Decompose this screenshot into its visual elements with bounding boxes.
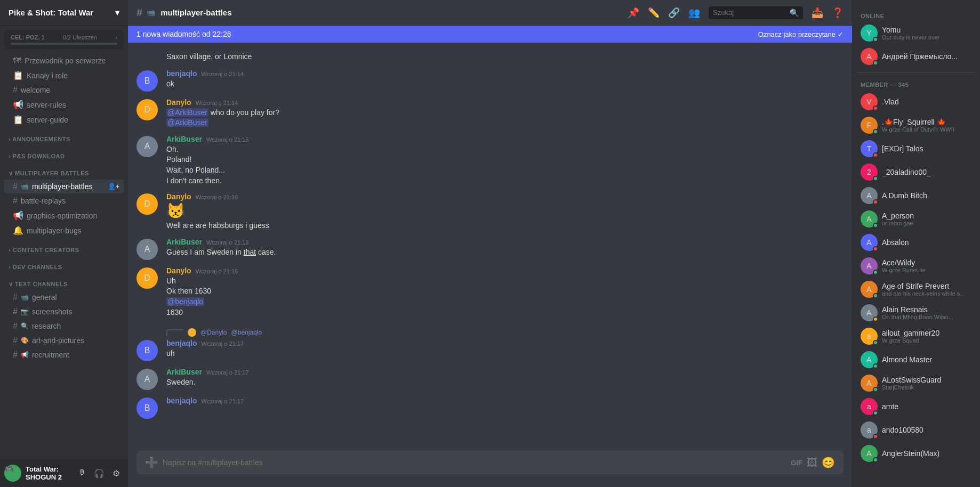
member-item-absalon[interactable]: A Absalon — [856, 231, 976, 254]
member-name-age-of-strife: Age of Strife Prevert — [882, 282, 971, 290]
sidebar-item-general[interactable]: # 📹 general — [4, 290, 124, 304]
sidebar-item-research[interactable]: # 🔍 research — [4, 319, 124, 333]
member-item-a-dumb-bitch[interactable]: A A Dumb Bitch — [856, 184, 976, 207]
avatar-danylo-1: D — [136, 99, 158, 120]
section-header-ps-download[interactable]: › P&S DOWNLOAD — [0, 144, 128, 161]
notification-text: 1 nowa wiadomość od 22:28 — [136, 30, 231, 38]
sidebar-item-welcome[interactable]: # welcome — [4, 83, 124, 97]
settings-button[interactable]: ⚙ — [109, 466, 124, 481]
video-icon-g: 📹 — [21, 294, 29, 301]
member-item-andrei[interactable]: А Андрей Пржемысло... — [856, 45, 976, 68]
status-dot-almond-master — [873, 363, 878, 369]
member-item-allout-gammer20[interactable]: a allout_gammer20 W grze Squad — [856, 324, 976, 348]
mic-button[interactable]: 🎙 — [75, 466, 90, 481]
thread-icon[interactable]: 🔗 — [668, 7, 680, 19]
message-group-danylo-3: D Danylo Wczoraj o 21:16 Uh Ok then 1630… — [128, 264, 852, 320]
headset-button[interactable]: 🎧 — [92, 466, 107, 481]
user-plus-icon: 👤+ — [108, 183, 119, 190]
member-item-ace-wildy[interactable]: A Ace/Wildy W grze RuneLite — [856, 254, 976, 278]
member-info-yomu: Yomu Our duty is never over — [882, 26, 971, 40]
footer-avatar: 🎮 — [4, 465, 21, 482]
server-header[interactable]: Pike & Shot: Total War ▾ — [0, 0, 128, 26]
member-item-yomu[interactable]: Y Yomu Our duty is never over — [856, 21, 976, 45]
sidebar-item-art[interactable]: # 🎨 art-and-pictures — [4, 334, 124, 347]
section-header-dev-channels[interactable]: › DEV CHANNELS — [0, 255, 128, 272]
msg-text-benjaqlo-1: ok — [166, 79, 844, 90]
avatar-vlad: V — [861, 93, 878, 110]
status-dot-amte — [873, 410, 878, 416]
mark-read-button[interactable]: Oznacz jako przeczytane ✓ — [758, 30, 844, 38]
add-file-icon[interactable]: ➕ — [145, 456, 158, 469]
search-bar[interactable]: 🔍 — [709, 6, 803, 19]
search-icon-r: 🔍 — [21, 322, 29, 330]
member-name-anglerstein: AnglerStein(Max) — [882, 449, 971, 458]
inbox-header-icon[interactable]: 📥 — [812, 7, 823, 19]
level-label: CEL: POZ. 1 — [11, 34, 45, 40]
member-item-20aladino[interactable]: 2 _20aladino00_ — [856, 160, 976, 184]
avatar-arki-1: A — [136, 136, 158, 157]
chat-header: # 📹 multiplayer-battles 📌 ✏️ 🔗 👥 🔍 📥 ❓ — [128, 0, 852, 26]
member-item-exdr-talos[interactable]: T [EXDr] Talos — [856, 137, 976, 160]
sidebar-item-recruitment[interactable]: # 📢 recruitment — [4, 348, 124, 362]
status-dot-yomu — [873, 37, 878, 42]
sidebar-item-graphics-optimization[interactable]: 📢 graphics-optimization — [4, 208, 124, 223]
member-item-alain-resnais[interactable]: A Alain Resnais On that Mfing Brian Wils… — [856, 301, 976, 324]
sidebar-item-channels-roles[interactable]: 📋 Kanały i role — [4, 68, 124, 83]
sidebar-item-battle-replays[interactable]: # battle-replays — [4, 194, 124, 208]
member-status-ace-wildy: W grze RuneLite — [882, 267, 971, 273]
avatar-a-dumb-bitch: A — [861, 187, 878, 204]
member-item-alost-swiss[interactable]: A ALostSwissGuard StarjChetnik — [856, 371, 976, 395]
search-input[interactable] — [713, 9, 788, 17]
sticker-icon[interactable]: 🖼 — [807, 457, 817, 469]
gif-icon[interactable]: GIF — [791, 459, 802, 467]
member-item-a-person[interactable]: A A_person ur mom gae — [856, 207, 976, 231]
members-header-icon[interactable]: 👥 — [688, 7, 700, 19]
msg-text-arki-1b: Poland! — [166, 155, 844, 165]
message-group-arki-2: A ArkiBuser Wczoraj o 21:16 Guess I am S… — [128, 236, 852, 262]
sidebar-item-multiplayer-battles[interactable]: # 📹 multiplayer-battles 👤+ — [4, 180, 124, 193]
header-icons: 📌 ✏️ 🔗 👥 🔍 📥 ❓ — [628, 6, 844, 19]
message-input[interactable] — [163, 458, 786, 467]
pin-header-icon[interactable]: 📌 — [628, 7, 639, 19]
sidebar-item-server-rules[interactable]: 📢 server-rules — [4, 98, 124, 112]
section-header-announcements[interactable]: › ANNOUNCEMENTS — [0, 127, 128, 144]
sidebar-item-server-guide[interactable]: 🗺 Przewodnik po serwerze — [4, 54, 124, 68]
chat-input-area: ➕ GIF 🖼 😊 — [128, 451, 852, 487]
message-header-danylo-3: Danylo Wczoraj o 21:16 — [166, 266, 844, 275]
edit-header-icon[interactable]: ✏️ — [648, 7, 660, 19]
message-group-benjaqlo-1: B benjaqlo Wczoraj o 21:14 ok — [128, 67, 852, 94]
status-dot-alain-resnais — [873, 316, 878, 322]
author-benjaqlo-1: benjaqlo — [166, 69, 197, 78]
notification-bar[interactable]: 1 nowa wiadomość od 22:28 Oznacz jako pr… — [128, 26, 852, 43]
message-continued-saxon: Saxon village, or Lomnice — [128, 51, 852, 63]
sidebar-item-server-guide-ch[interactable]: 📋 server-guide — [4, 112, 124, 127]
channel-hash-icon: # — [136, 6, 142, 19]
reply-benjaqlo-mention: @benjaqlo — [231, 329, 262, 336]
sidebar-item-screenshots[interactable]: # 📷 screenshots — [4, 305, 124, 319]
member-item-age-of-strife[interactable]: A Age of Strife Prevert and ate his neck… — [856, 278, 976, 301]
member-item-amte[interactable]: a amte — [856, 395, 976, 418]
member-item-fly-squirrell[interactable]: F .🍁Fly_Squirrell 🍁 W grze Call of Duty®… — [856, 113, 976, 137]
member-info-exdr-talos: [EXDr] Talos — [882, 144, 971, 153]
section-header-text-channels[interactable]: ∨ TEXT CHANNELS — [0, 272, 128, 290]
emoji-icon[interactable]: 😊 — [822, 456, 835, 469]
member-item-almond-master[interactable]: A Almond Master — [856, 348, 976, 371]
member-item-vlad[interactable]: V .Vlad — [856, 90, 976, 113]
list-icon: 📋 — [13, 70, 23, 80]
member-info-a-dumb-bitch: A Dumb Bitch — [882, 191, 971, 200]
section-header-content-creators[interactable]: › CONTENT CREATORS — [0, 238, 128, 255]
member-item-anglerstein[interactable]: A AnglerStein(Max) — [856, 442, 976, 465]
message-content-arki-2: ArkiBuser Wczoraj o 21:16 Guess I am Swe… — [166, 238, 844, 260]
status-dot-ace-wildy — [873, 270, 878, 275]
avatar-20aladino: 2 — [861, 164, 878, 181]
member-info-fly-squirrell: .🍁Fly_Squirrell 🍁 W grze Call of Duty®: … — [882, 118, 971, 133]
section-header-multiplayer-battles[interactable]: ∨ MULTIPLAYER BATTLES — [0, 161, 128, 179]
sidebar-item-multiplayer-bugs[interactable]: 🔔 multiplayer-bugs — [4, 223, 124, 238]
level-progress: 0/2 Ulepszeń — [63, 34, 97, 40]
member-item-ando100580[interactable]: a ando100580 — [856, 418, 976, 442]
help-header-icon[interactable]: ❓ — [832, 7, 844, 19]
message-text-saxon: Saxon village, or Lomnice — [166, 52, 252, 61]
server-dropdown-icon: ▾ — [115, 8, 119, 18]
status-dot-a-person — [873, 223, 878, 228]
message-header-arki-2: ArkiBuser Wczoraj o 21:16 — [166, 238, 844, 246]
